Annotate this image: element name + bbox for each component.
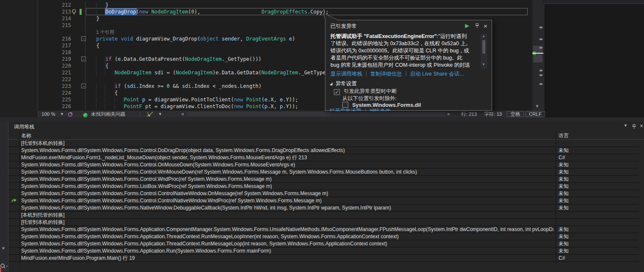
spaces-toggle-button[interactable]: 空格 bbox=[507, 111, 524, 117]
editor-vertical-scrollbar[interactable]: ▼ bbox=[532, 0, 543, 111]
line-number: 214 bbox=[58, 15, 71, 22]
stack-frame-row[interactable]: [托管到本机的转换] bbox=[8, 140, 639, 147]
frame-language: 未知 bbox=[559, 226, 635, 233]
window-gap-band bbox=[0, 117, 644, 122]
frame-gutter bbox=[8, 140, 19, 147]
module-checkbox-label: System.Windows.Forms.dll bbox=[352, 102, 421, 108]
left-clipped-panel bbox=[0, 0, 38, 117]
stack-frame-row[interactable]: System.Windows.Forms.dll!System.Windows.… bbox=[8, 233, 639, 240]
collapse-region-box[interactable]: - bbox=[81, 57, 86, 61]
eol-toggle-button[interactable]: CRLF bbox=[526, 111, 545, 117]
frame-name: MindFusion.exe!MindFusion.Form1._nodeLis… bbox=[21, 154, 553, 161]
check-circle-icon: ✓ bbox=[83, 113, 88, 117]
frame-name: MindFusion.exe!MindFusion.Program.Main()… bbox=[21, 255, 553, 261]
close-icon[interactable]: × bbox=[2, 245, 5, 251]
line-number: 221 bbox=[58, 69, 71, 76]
frame-language: 未知 bbox=[559, 240, 635, 247]
stack-frame-row[interactable]: [托管到本机的转换] bbox=[8, 219, 639, 226]
frame-gutter bbox=[8, 212, 19, 218]
frame-language: 未知 bbox=[559, 233, 635, 240]
checkbox-unchecked-icon[interactable] bbox=[342, 102, 348, 108]
module-checkbox-row[interactable]: System.Windows.Forms.dll bbox=[342, 102, 421, 108]
collapse-region-box[interactable]: - bbox=[81, 36, 86, 41]
expander-triangle-icon[interactable] bbox=[330, 82, 333, 85]
column-header-language[interactable]: 语言 bbox=[559, 132, 569, 139]
frame-language: C# bbox=[559, 255, 635, 261]
cleanup-dropdown-icon[interactable]: ▼ bbox=[158, 111, 162, 117]
scroll-down-arrow-icon[interactable]: ▼ bbox=[482, 63, 485, 66]
code-text: private void diagramView_DragDrop(object… bbox=[87, 35, 295, 42]
popup-link[interactable]: 编辑条件 bbox=[369, 108, 391, 111]
popup-scrollbar[interactable]: ▲ ▼ bbox=[481, 34, 487, 69]
stack-frame-row[interactable]: MindFusion.exe!MindFusion.Program.Main()… bbox=[8, 255, 639, 262]
current-frame-arrow-icon bbox=[8, 197, 19, 204]
pin-icon[interactable] bbox=[475, 23, 479, 30]
stack-frame-row[interactable]: System.Windows.Forms.dll!System.Windows.… bbox=[8, 204, 639, 212]
break-checkbox-label: 引发此异常类型时中断 bbox=[344, 88, 396, 94]
popup-link[interactable]: 启动 Live Share 会话... bbox=[410, 71, 464, 77]
popup-link[interactable]: 打开异常设置 bbox=[330, 108, 361, 111]
hscroll-left-arrow-icon[interactable]: ◄ bbox=[180, 111, 184, 117]
caret-column-indicator[interactable]: 字符: 13 bbox=[484, 111, 502, 117]
continue-play-icon[interactable]: ▶ bbox=[465, 22, 469, 29]
frame-gutter bbox=[8, 147, 19, 154]
window-menu-dropdown-icon[interactable]: ▼ bbox=[624, 123, 627, 128]
frame-language: 未知 bbox=[559, 161, 635, 168]
exception-settings-header[interactable]: 异常设置 bbox=[336, 80, 357, 87]
stack-frame-row[interactable]: System.Windows.Forms.dll!System.Windows.… bbox=[8, 248, 639, 255]
close-icon[interactable]: × bbox=[484, 22, 487, 30]
column-header-name[interactable]: 名称 bbox=[21, 132, 31, 139]
stack-frame-row[interactable]: System.Windows.Forms.dll!System.Windows.… bbox=[8, 176, 639, 183]
popup-footer-links-clipped[interactable]: 打开异常设置编辑条件 bbox=[330, 108, 391, 111]
code-line[interactable]: 213DoDragDrop(new NodeDragItem(0), DragD… bbox=[38, 8, 532, 15]
line-number: 219 bbox=[58, 56, 71, 63]
stack-frame-row[interactable]: System.Windows.Forms.dll!System.Windows.… bbox=[8, 161, 639, 169]
code-text: NodeDragItem sdi = (NodeDragItem)e.Data.… bbox=[87, 69, 338, 76]
scrollbar-thumb[interactable] bbox=[482, 40, 485, 54]
stack-frame-row[interactable]: MindFusion.exe!MindFusion.Form1._nodeLis… bbox=[8, 154, 639, 161]
popup-link[interactable]: 复制详细信息 bbox=[370, 71, 402, 77]
popup-title: 已引发异常 bbox=[330, 23, 357, 30]
stack-frame-row[interactable]: System.Windows.Forms.dll!System.Windows.… bbox=[8, 147, 639, 154]
stack-frame-row[interactable]: System.Windows.Forms.dll!System.Windows.… bbox=[8, 169, 639, 176]
frame-gutter bbox=[8, 226, 19, 233]
caret-line-indicator[interactable]: 行: 213 bbox=[461, 111, 477, 117]
hscroll-right-arrow-icon[interactable]: ► bbox=[447, 111, 451, 117]
stack-frame-row[interactable]: System.Windows.Forms.dll!System.Windows.… bbox=[8, 226, 639, 233]
stack-frame-row[interactable]: System.Windows.Forms.dll!System.Windows.… bbox=[8, 197, 639, 204]
checkbox-checked-icon[interactable]: ✓ bbox=[334, 89, 340, 95]
stack-frame-row[interactable]: [本机到托管的转换] bbox=[8, 212, 639, 219]
left-clipped-toolwindow-strip: × ▲ bbox=[0, 122, 8, 272]
code-line[interactable]: 212} bbox=[38, 2, 532, 8]
link-separator bbox=[406, 71, 406, 76]
stack-frame-row[interactable]: System.Windows.Forms.dll!System.Windows.… bbox=[8, 240, 639, 248]
line-number: 218 bbox=[58, 49, 71, 56]
health-indicator[interactable]: ✓ 未找到相关问题 bbox=[83, 111, 125, 117]
stack-frame-row[interactable]: System.Windows.Forms.dll!System.Windows.… bbox=[8, 190, 639, 197]
link-separator bbox=[366, 71, 366, 76]
code-text: { bbox=[87, 90, 118, 96]
scroll-up-arrow-icon[interactable]: ▲ bbox=[482, 34, 485, 38]
scrollbar-caret-line bbox=[532, 53, 543, 54]
popup-link[interactable]: 显示调用堆栈 bbox=[330, 71, 362, 77]
right-panel-top-strip bbox=[544, 0, 644, 3]
break-checkbox-row[interactable]: ✓ 引发此异常类型时中断 bbox=[334, 88, 396, 95]
scrollbar-mark bbox=[539, 83, 542, 85]
frame-language: 未知 bbox=[559, 169, 635, 175]
frame-name: System.Windows.Forms.dll!System.Windows.… bbox=[21, 169, 553, 175]
frame-gutter bbox=[8, 169, 19, 175]
horizontal-scrollbar[interactable] bbox=[187, 112, 446, 116]
pin-icon[interactable] bbox=[632, 124, 636, 131]
code-text: if (sdi.Index >= 0 && sdi.Index < _nodes… bbox=[87, 83, 261, 90]
zoom-dropdown-icon[interactable]: ▼ bbox=[60, 111, 64, 117]
scroll-down-arrow-icon[interactable]: ▼ bbox=[535, 103, 539, 109]
frame-name: System.Windows.Forms.dll!System.Windows.… bbox=[21, 204, 553, 211]
collapse-region-box[interactable]: - bbox=[81, 84, 86, 88]
zoom-control[interactable]: 100 % bbox=[41, 111, 55, 117]
frame-gutter bbox=[8, 219, 19, 226]
close-icon[interactable]: × bbox=[640, 122, 643, 129]
frame-language: C# bbox=[559, 154, 635, 161]
frame-gutter bbox=[8, 154, 19, 161]
call-stack-title: 调用堆栈 bbox=[14, 123, 34, 131]
stack-frame-row[interactable]: System.Windows.Forms.dll!System.Windows.… bbox=[8, 183, 639, 190]
